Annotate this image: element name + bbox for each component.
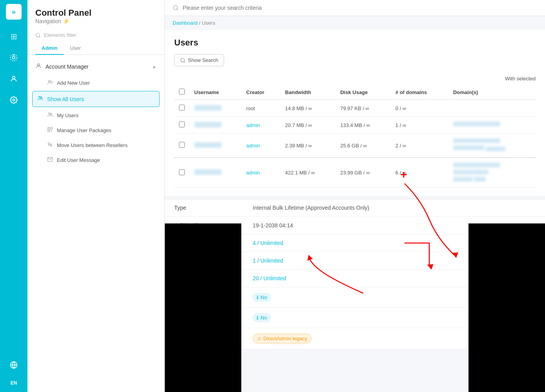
move-users-icon [47,142,53,149]
sidebar-item-settings[interactable] [5,91,23,109]
creator-cell-3: admin [242,134,281,158]
svg-point-3 [13,76,15,79]
type-label: Type [174,205,253,211]
domains-count-cell-4: 6 / ∞ [391,158,448,188]
sidebar-sub-move-users[interactable]: Move Users between Resellers [27,138,164,152]
sidebar-item-notification[interactable] [5,49,23,67]
username-cell-3 [190,134,242,158]
row-checkbox-1[interactable] [179,105,185,111]
bandwidth-cell-1: 14.8 MB / ∞ [281,100,336,117]
col-username: Username [190,85,242,100]
sidebar-nav-label: Navigation ⚡ [35,18,157,24]
col-domains-count: # of domains [391,85,448,100]
row-checkbox-3[interactable] [179,142,185,148]
svg-rect-18 [51,127,52,129]
svg-point-21 [51,145,52,146]
logo[interactable]: » [6,4,22,20]
with-selected-label: With selected [505,76,536,82]
svg-point-25 [181,58,184,62]
black-overlay-right [468,223,545,392]
bandwidth-cell-4: 422.1 MB / ∞ [281,158,336,188]
sidebar: Control Panel Navigation ⚡ Elements filt… [27,0,165,392]
bandwidth-cell-3: 2.39 MB / ∞ [281,134,336,158]
bandwidth-cell-2: 20.7 MB / ∞ [281,117,336,134]
svg-point-13 [39,96,40,98]
col-domain-list: Domain(s) [448,85,536,100]
col-disk-usage: Disk Usage [335,85,391,100]
icon-bar-bottom: EN [5,356,23,386]
my-users-icon [47,112,53,119]
type-value: Internal Bulk Lifetime (Approved Account… [253,205,536,211]
sidebar-sub-add-new-user[interactable]: Add New User [27,75,164,90]
show-search-button[interactable]: Show Search [174,54,224,66]
domains-count-cell-1: 0 / ∞ [391,100,448,117]
elements-filter[interactable]: Elements filter [27,28,164,42]
vps-only-badge: ℹ No [253,293,271,302]
svg-point-15 [49,113,50,114]
domain-list-cell-4 [448,158,536,188]
elements-filter-label: Elements filter [44,32,76,38]
svg-point-7 [36,33,40,36]
sidebar-section-account: Account Manager ▲ Add New User Show All … [27,55,164,171]
show-search-icon [180,58,186,63]
sidebar-sub-show-all-users[interactable]: Show All Users [32,91,160,107]
breadcrumb: Dashboard / Users [165,16,545,30]
edit-message-label: Edit User Message [57,157,100,163]
sidebar-sub-edit-message[interactable]: Edit User Message [27,152,164,167]
sidebar-item-account-manager[interactable]: Account Manager ▲ [27,58,164,75]
svg-point-23 [173,5,177,9]
icon-bar: » ⊞ EN [0,0,27,392]
svg-point-9 [37,64,39,66]
account-manager-icon [35,63,42,71]
lang-label: EN [11,380,17,386]
info-row-type: Type Internal Bulk Lifetime (Approved Ac… [165,199,545,217]
move-users-label: Move Users between Resellers [57,142,128,148]
username-cell-2 [190,117,242,134]
domain-list-cell-3 [448,134,536,158]
logo-symbol: » [12,8,16,16]
manage-packages-label: Manage User Packages [57,127,111,133]
svg-line-26 [184,61,185,62]
search-input[interactable] [183,5,537,11]
domain-list-cell-1 [448,100,536,117]
tab-user[interactable]: User [64,42,87,55]
row-checkbox-4[interactable] [179,169,185,175]
add-user-label: Add New User [57,80,90,86]
sidebar-item-user[interactable] [5,70,23,88]
table-header-checkbox [174,85,190,100]
users-table: Username Creator Bandwidth Disk Usage # … [174,85,536,188]
sidebar-item-globe[interactable] [5,356,23,374]
pro-pack-badge: ℹ No [253,313,271,322]
sidebar-sub-my-users[interactable]: My Users [27,108,164,123]
pro-pack-info-icon: ℹ [257,315,259,321]
breadcrumb-current: Users [202,20,215,26]
sidebar-sub-manage-packages[interactable]: Manage User Packages [27,123,164,138]
codebase-badge: ⚠ DirectAdmin legacy [253,334,312,343]
tab-admin[interactable]: Admin [35,42,64,55]
svg-point-0 [13,56,15,59]
domains-count-cell-3: 2 / ∞ [391,134,448,158]
svg-point-4 [13,99,15,101]
sidebar-header: Control Panel Navigation ⚡ [27,0,164,28]
black-overlay-left [165,223,241,392]
domains-count-cell-2: 1 / ∞ [391,117,448,134]
row-checkbox-2[interactable] [179,122,185,127]
main-wrapper: Dashboard / Users Users Show Search With… [165,0,545,392]
domain-list-cell-2 [448,117,536,134]
disk-usage-cell-1: 79.97 KB / ∞ [335,100,391,117]
sidebar-item-grid[interactable]: ⊞ [5,27,23,45]
svg-line-8 [39,36,40,37]
select-all-checkbox[interactable] [179,89,185,94]
svg-point-14 [40,97,42,98]
disk-usage-cell-3: 25.6 GB / ∞ [335,134,391,158]
account-manager-label: Account Manager [46,64,89,70]
show-all-users-label: Show All Users [47,96,84,102]
breadcrumb-dashboard[interactable]: Dashboard [173,20,198,26]
table-row: admin 422.1 MB / ∞ 23.99 GB / ∞ 6 / ∞ [174,158,536,188]
svg-point-2 [13,54,14,56]
username-cell-4 [190,158,242,188]
table-row: root 14.8 MB / ∞ 79.97 KB / ∞ 0 / ∞ [174,100,536,117]
show-search-label: Show Search [188,57,218,63]
codebase-warning-icon: ⚠ [257,336,261,341]
edit-message-icon [47,156,53,163]
